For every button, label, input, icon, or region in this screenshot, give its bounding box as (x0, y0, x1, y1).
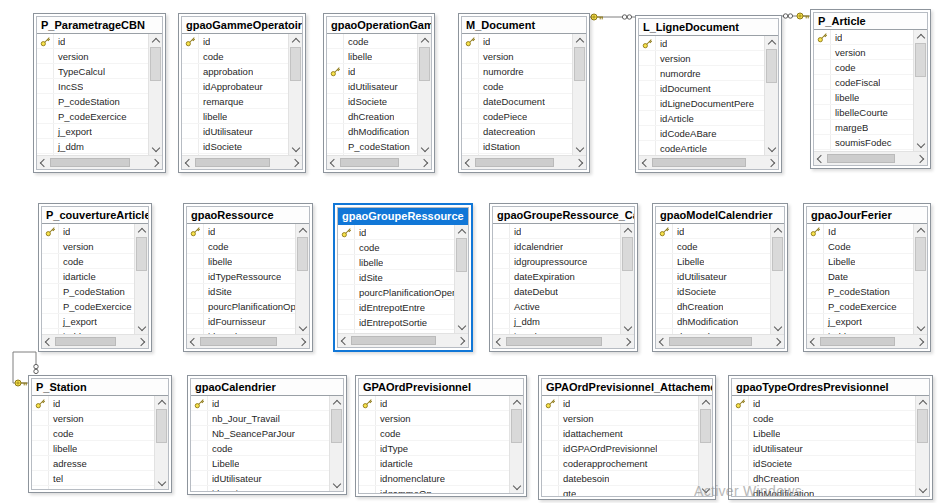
field-row[interactable]: libelle (182, 109, 288, 124)
field-row[interactable]: code (32, 426, 154, 441)
horizontal-scrollbar[interactable] (42, 334, 148, 348)
vertical-scroll-track[interactable] (573, 46, 586, 143)
horizontal-scroll-track[interactable] (505, 335, 622, 348)
scroll-down-icon[interactable] (290, 143, 302, 155)
field-row[interactable]: idgroupressource (493, 254, 620, 269)
table-gpaoGroupeRessource_Calend[interactable]: gpaoGroupeRessource_Calendididcalendrier… (489, 203, 638, 352)
horizontal-scroll-thumb[interactable] (652, 158, 746, 167)
field-row[interactable]: P_codeStation (327, 139, 417, 154)
scroll-up-icon[interactable] (419, 34, 431, 46)
vertical-scroll-track[interactable] (296, 236, 309, 322)
horizontal-scrollbar[interactable] (182, 155, 302, 169)
field-row[interactable]: idSociete (327, 94, 417, 109)
scroll-right-icon[interactable] (915, 336, 927, 348)
field-row[interactable]: idarticle (42, 269, 134, 284)
scroll-up-icon[interactable] (456, 225, 468, 237)
field-row[interactable]: libelle (338, 255, 454, 270)
scroll-down-icon[interactable] (622, 322, 634, 334)
field-row[interactable]: idUtilisateur (182, 124, 288, 139)
scroll-right-icon[interactable] (622, 336, 634, 348)
field-row[interactable]: adresse (32, 456, 154, 471)
scroll-left-icon[interactable] (462, 157, 474, 169)
table-gpaoOperationGamme[interactable]: gpaoOperationGammecodelibelleididUtilisa… (323, 13, 435, 173)
field-row[interactable]: id (32, 396, 154, 411)
field-row[interactable]: codePiece (462, 109, 572, 124)
vertical-scrollbar[interactable] (913, 224, 927, 334)
scroll-right-icon[interactable] (915, 153, 927, 165)
table-P_couvertureArticle[interactable]: P_couvertureArticleidversioncodeidarticl… (38, 203, 152, 352)
field-row[interactable]: soumisFodec (814, 135, 913, 150)
table-gpaoRessource[interactable]: gpaoRessourceidcodelibelleidTypeRessourc… (183, 203, 313, 352)
horizontal-scroll-track[interactable] (199, 335, 297, 348)
field-row[interactable]: idSociete (656, 284, 770, 299)
table-title[interactable]: P_Station (32, 379, 168, 396)
field-row[interactable]: approbation (182, 64, 288, 79)
field-row[interactable]: libelle (32, 441, 154, 456)
field-row[interactable]: id (191, 396, 329, 411)
scroll-up-icon[interactable] (766, 36, 778, 48)
field-row[interactable]: code (182, 49, 288, 64)
field-row[interactable]: Nb_SeanceParJour (191, 426, 329, 441)
vertical-scroll-thumb[interactable] (419, 47, 430, 81)
vertical-scroll-thumb[interactable] (915, 43, 926, 77)
horizontal-scroll-track[interactable] (339, 156, 419, 169)
field-row[interactable]: version (32, 411, 154, 426)
field-row[interactable]: P_codeStation (42, 284, 134, 299)
horizontal-scrollbar[interactable] (338, 333, 468, 347)
field-row[interactable]: tel (32, 471, 154, 486)
vertical-scroll-track[interactable] (149, 46, 162, 143)
vertical-scroll-track[interactable] (699, 408, 712, 484)
table-title[interactable]: gpaoRessource (187, 207, 309, 224)
table-M_Document[interactable]: M_DocumentidversionnumordrecodedateDocum… (458, 13, 590, 173)
field-row[interactable]: libelle (814, 90, 913, 105)
scroll-down-icon[interactable] (574, 143, 586, 155)
scroll-right-icon[interactable] (574, 157, 586, 169)
vertical-scroll-thumb[interactable] (766, 49, 777, 83)
scroll-down-icon[interactable] (331, 479, 343, 491)
field-row[interactable]: j_export (37, 124, 148, 139)
vertical-scrollbar[interactable] (288, 34, 302, 155)
field-row[interactable]: id (542, 396, 698, 411)
table-gpaoTypeOrdresPrevisionnel[interactable]: gpaoTypeOrdresPrevisionnelidcodeLibellei… (728, 375, 933, 500)
field-row[interactable]: dateDocument (462, 94, 572, 109)
field-row[interactable]: idSite (338, 270, 454, 285)
field-row[interactable]: idGPAOrdPrevisionnel (542, 441, 698, 456)
field-row[interactable]: idUtilisateur (656, 269, 770, 284)
field-row[interactable]: idattachement (542, 426, 698, 441)
vertical-scroll-thumb[interactable] (511, 409, 522, 443)
vertical-scroll-track[interactable] (455, 237, 468, 321)
field-row[interactable]: code (42, 254, 134, 269)
field-row[interactable]: id (732, 396, 915, 411)
horizontal-scroll-track[interactable] (819, 335, 915, 348)
horizontal-scrollbar[interactable] (327, 155, 431, 169)
scroll-down-icon[interactable] (915, 139, 927, 151)
table-title[interactable]: L_LigneDocument (639, 19, 778, 36)
scroll-down-icon[interactable] (156, 477, 168, 489)
scroll-down-icon[interactable] (915, 322, 927, 334)
vertical-scrollbar[interactable] (154, 396, 168, 489)
field-row[interactable]: idSociete (732, 456, 915, 471)
table-title[interactable]: P_couvertureArticle (42, 207, 148, 224)
table-title[interactable]: gpaoTypeOrdresPrevisionnel (732, 379, 929, 396)
table-title[interactable]: gpaoGammeOperatoire (182, 17, 302, 34)
field-row[interactable]: numordre (639, 66, 764, 81)
field-row[interactable]: numordre (462, 64, 572, 79)
scroll-left-icon[interactable] (182, 157, 194, 169)
table-gpaoModelCalendrier[interactable]: gpaoModelCalendrieridcodeLibelleidUtilis… (652, 203, 788, 352)
field-row[interactable]: idCodeABare (639, 126, 764, 141)
vertical-scrollbar[interactable] (572, 34, 586, 155)
scroll-left-icon[interactable] (327, 157, 339, 169)
vertical-scroll-track[interactable] (289, 46, 302, 143)
horizontal-scroll-thumb[interactable] (351, 336, 436, 345)
vertical-scroll-track[interactable] (135, 236, 148, 322)
horizontal-scrollbar[interactable] (493, 334, 634, 348)
table-title[interactable]: GPAOrdPrevisionnel_Attachement (542, 379, 712, 396)
horizontal-scroll-track[interactable] (194, 156, 290, 169)
horizontal-scrollbar[interactable] (462, 155, 586, 169)
scroll-right-icon[interactable] (766, 157, 778, 169)
field-row[interactable]: Libelle (191, 456, 329, 471)
vertical-scroll-thumb[interactable] (917, 409, 928, 443)
scroll-up-icon[interactable] (290, 34, 302, 46)
vertical-scroll-thumb[interactable] (297, 237, 308, 271)
vertical-scroll-thumb[interactable] (136, 237, 147, 271)
